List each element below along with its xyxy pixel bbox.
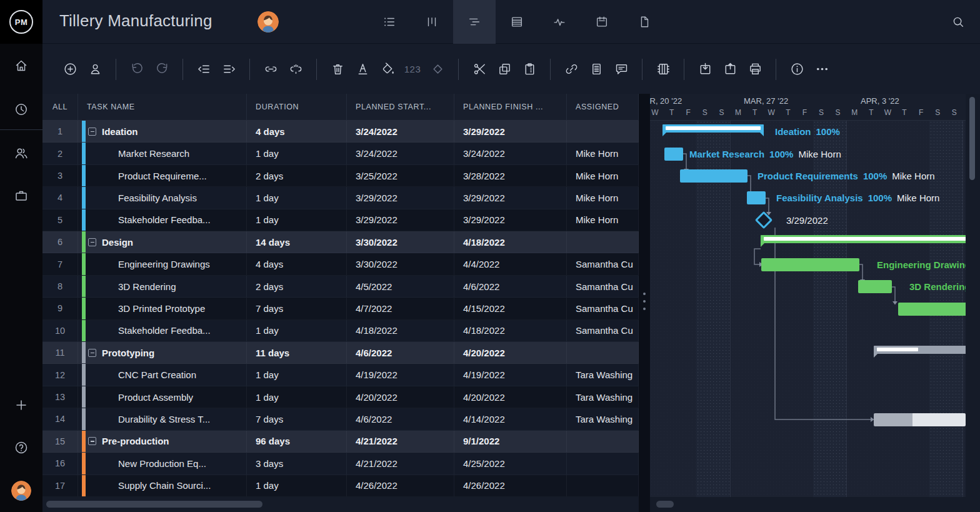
link-tasks-button[interactable]: [258, 57, 283, 82]
table-row[interactable]: 14Durability & Stress T...7 days4/6/2022…: [42, 408, 639, 430]
column-header-duration[interactable]: DURATION: [247, 94, 347, 120]
tab-activity-view[interactable]: [538, 0, 581, 44]
sidebar-item-add-new[interactable]: [0, 394, 42, 416]
gantt-milestone-diamond[interactable]: [755, 211, 772, 229]
outdent-button[interactable]: [191, 57, 216, 82]
cut-button[interactable]: [467, 57, 492, 82]
tab-docs-view[interactable]: [623, 0, 666, 44]
comments-button[interactable]: [609, 57, 634, 82]
summary-progress-stripe: [764, 237, 966, 241]
print-button[interactable]: [742, 57, 768, 82]
sidebar-item-recent[interactable]: [0, 99, 42, 120]
paste-button[interactable]: [517, 57, 542, 82]
table-row[interactable]: 7Engineering Drawings4 days3/30/20224/4/…: [42, 253, 639, 275]
collapse-icon[interactable]: [88, 128, 96, 136]
table-row[interactable]: 15Pre-production96 days4/21/20229/1/2022: [42, 431, 639, 453]
delete-button[interactable]: [325, 57, 350, 82]
font-color-button[interactable]: [350, 57, 375, 82]
table-row[interactable]: 10Stakeholder Feedba...1 day4/18/20224/1…: [42, 320, 639, 342]
planned-finish-cell: 3/28/2022: [454, 165, 567, 186]
info-button[interactable]: [784, 57, 809, 82]
table-row[interactable]: 6Design14 days3/30/20224/18/2022: [42, 231, 639, 253]
planned-start-cell: 4/20/2022: [347, 386, 454, 408]
gantt-summary-bar[interactable]: [874, 346, 966, 354]
indent-button[interactable]: [216, 57, 241, 82]
columns-icon: [656, 62, 671, 76]
project-owner-avatar[interactable]: [258, 11, 279, 33]
assign-button[interactable]: [82, 57, 108, 82]
table-row[interactable]: 4Feasibility Analysis1 day3/29/20223/29/…: [42, 187, 639, 209]
gantt-summary-bar[interactable]: [761, 235, 966, 243]
table-row[interactable]: 12CNC Part Creation1 day4/19/20224/19/20…: [42, 364, 639, 386]
gantt-task-bar[interactable]: [858, 280, 892, 293]
tab-list-view[interactable]: [368, 0, 411, 44]
fill-icon: [381, 62, 395, 76]
planned-finish-cell: 4/25/2022: [454, 453, 567, 474]
undo-button[interactable]: [124, 57, 149, 82]
tab-calendar-view[interactable]: [581, 0, 623, 44]
sidebar-item-help[interactable]: [0, 437, 42, 458]
add-task-button[interactable]: [58, 57, 82, 82]
collapse-icon[interactable]: [88, 437, 96, 445]
tab-board-view[interactable]: [411, 0, 453, 44]
table-row[interactable]: 3Product Requireme...2 days3/25/20223/28…: [42, 165, 639, 187]
attachments-button[interactable]: [559, 57, 584, 82]
gantt-task-bar[interactable]: [874, 413, 966, 426]
table-horizontal-scrollbar-thumb[interactable]: [46, 501, 262, 508]
gantt-task-bar[interactable]: [680, 169, 748, 183]
table-row[interactable]: 83D Rendering2 days4/5/20224/6/2022Saman…: [42, 276, 639, 298]
collapse-icon[interactable]: [88, 349, 96, 357]
column-header-task-name[interactable]: TASK NAME: [78, 94, 247, 120]
fill-color-button[interactable]: [375, 57, 400, 82]
export-button[interactable]: [718, 57, 742, 82]
search-button[interactable]: [948, 11, 969, 33]
row-number: 10: [42, 320, 78, 341]
table-row[interactable]: 5Stakeholder Feedba...1 day3/29/20223/29…: [42, 209, 639, 231]
sidebar-item-home[interactable]: [0, 55, 42, 76]
import-button[interactable]: [692, 57, 718, 82]
assigned-cell: Tara Washing: [567, 386, 639, 408]
gantt-bar-label: 3D Rendering: [909, 280, 966, 294]
panel-splitter[interactable]: [639, 94, 650, 512]
more-icon: [815, 62, 829, 76]
tab-sheet-view[interactable]: [496, 0, 538, 44]
table-row[interactable]: 93D Printed Prototype7 days4/7/20224/15/…: [42, 298, 639, 319]
duration-cell: 14 days: [247, 231, 347, 253]
table-row[interactable]: 2Market Research1 day3/24/20223/24/2022M…: [42, 143, 639, 164]
table-row[interactable]: 16New Production Eq...3 days4/21/20224/2…: [42, 453, 639, 474]
sidebar-item-team[interactable]: [0, 143, 42, 164]
column-header-all[interactable]: ALL: [42, 94, 78, 120]
sidebar-item-portfolio[interactable]: [0, 185, 42, 206]
columns-button[interactable]: [651, 57, 676, 82]
vertical-scrollbar-thumb[interactable]: [969, 97, 975, 180]
redo-button[interactable]: [149, 57, 174, 82]
row-number: 2: [42, 143, 78, 164]
toolbar-separator: [776, 59, 776, 80]
copy-button[interactable]: [492, 57, 517, 82]
table-row[interactable]: 13Product Assembly1 day4/20/20224/20/202…: [42, 386, 639, 408]
assigned-cell: Mike Horn: [567, 209, 639, 231]
column-header-planned-start[interactable]: PLANNED START...: [347, 94, 454, 120]
table-row[interactable]: 17Supply Chain Sourci...1 day4/26/20224/…: [42, 475, 639, 497]
gantt-task-bar[interactable]: [761, 258, 859, 271]
column-header-planned-finish[interactable]: PLANNED FINISH ...: [454, 94, 567, 120]
unlink-tasks-button[interactable]: [283, 57, 308, 82]
table-row[interactable]: 1Ideation4 days3/24/20223/29/2022: [42, 121, 639, 143]
gantt-summary-bar[interactable]: [662, 124, 764, 133]
gantt-task-bar[interactable]: [898, 303, 966, 316]
more-button[interactable]: [809, 57, 834, 82]
column-header-assigned[interactable]: ASSIGNED: [567, 94, 639, 120]
sidebar-item-user-avatar[interactable]: [0, 480, 42, 501]
milestone-button[interactable]: [425, 57, 450, 82]
assigned-cell: [567, 231, 639, 253]
collapse-icon[interactable]: [88, 238, 96, 246]
gantt-task-bar[interactable]: [664, 148, 683, 161]
gantt-horizontal-scrollbar-thumb[interactable]: [656, 501, 674, 508]
tab-gantt-view[interactable]: [453, 0, 496, 44]
notes-button[interactable]: [584, 57, 609, 82]
app-logo[interactable]: PM: [0, 0, 42, 44]
table-row[interactable]: 11Prototyping11 days4/6/20224/20/2022: [42, 342, 639, 364]
number-format-button[interactable]: 123: [400, 57, 425, 82]
assigned-cell: [567, 121, 639, 142]
gantt-task-bar[interactable]: [747, 191, 766, 204]
